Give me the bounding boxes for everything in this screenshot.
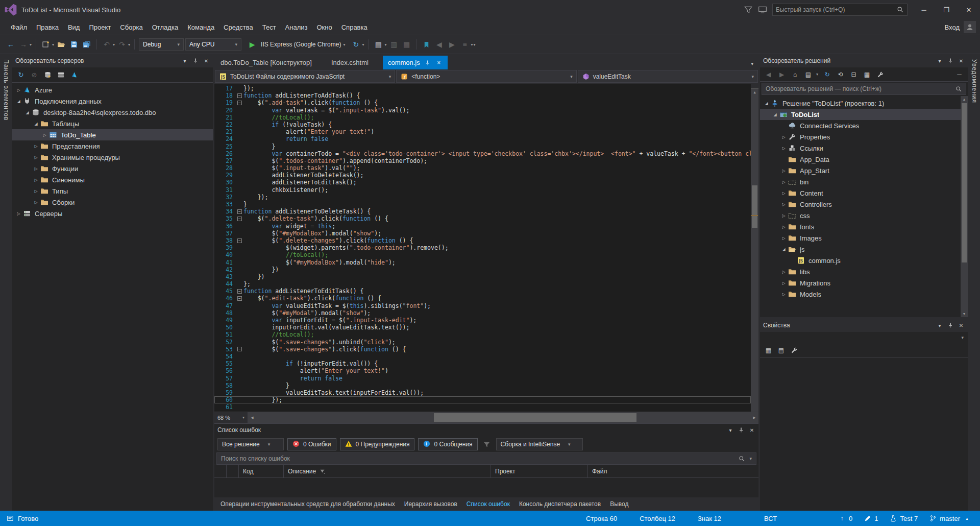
code-line-57[interactable]: 57 return false <box>214 375 751 382</box>
code-line-25[interactable]: 25 } <box>214 143 751 150</box>
redo-caret-icon[interactable]: ▾ <box>128 42 130 47</box>
code-line-33[interactable]: 33} <box>214 201 751 208</box>
code-line-29[interactable]: 29 addListenerToDeleteTask(); <box>214 172 751 179</box>
pin-icon[interactable] <box>947 322 954 329</box>
scroll-up-icon[interactable]: ▲ <box>751 89 758 96</box>
expand-arrow-icon[interactable]: ▷ <box>32 155 40 160</box>
solution-tree-item-14[interactable]: JScommon.js <box>760 255 961 266</box>
solution-tree-item-8[interactable]: ▷Content <box>760 187 961 199</box>
menu-item-4[interactable]: Сборка <box>115 21 148 34</box>
file-column-header[interactable]: Файл <box>588 465 758 477</box>
code-line-47[interactable]: 47 var valueEditTask = $(this).siblings(… <box>214 302 751 309</box>
find-in-files-icon[interactable]: ▤ <box>373 39 384 50</box>
code-line-50[interactable]: 50 inputForEdit.val(valueEditTask.text()… <box>214 324 751 331</box>
menu-item-3[interactable]: Проект <box>84 21 115 34</box>
project-scope-dropdown[interactable]: JS ToDoList Файлы содержимого JavaScript… <box>215 70 395 83</box>
code-line-41[interactable]: 41 $("#myModalBox").modal("hide"); <box>214 259 751 266</box>
code-line-36[interactable]: 36 var widget = this; <box>214 223 751 230</box>
code-editor[interactable]: 17});18−function addListenerToAddTask() … <box>214 84 758 412</box>
code-line-20[interactable]: 20 var valueTask = $(".input-task").val(… <box>214 107 751 114</box>
scroll-down-icon[interactable]: ▼ <box>961 310 968 317</box>
expand-arrow-icon[interactable]: ▷ <box>779 191 788 196</box>
sync-with-active-document-icon[interactable]: ↻ <box>823 70 831 79</box>
save-all-icon[interactable] <box>81 39 92 50</box>
search-options-caret-icon[interactable]: ▾ <box>749 456 752 461</box>
expand-arrow-icon[interactable]: ▷ <box>779 213 788 218</box>
solution-tree-item-7[interactable]: ▷bin <box>760 176 961 187</box>
code-line-44[interactable]: 44}; <box>214 280 751 288</box>
preview-selected-items-icon[interactable]: ─ <box>955 70 964 79</box>
error-source-combo[interactable]: Сборка и IntelliSense ▾ <box>496 438 583 450</box>
views-caret-icon[interactable]: ▾ <box>816 72 818 77</box>
code-line-61[interactable]: 61 <box>214 403 751 411</box>
code-line-49[interactable]: 49 var inputForEdit = $(".input-task-edi… <box>214 317 751 324</box>
code-line-53[interactable]: 53− $(".save-changes").click(function ()… <box>214 346 751 353</box>
solution-scrollbar[interactable]: ▲ ▼ <box>961 96 968 317</box>
code-line-39[interactable]: 39 $(widget).parents(".todo-container").… <box>214 244 751 251</box>
type-dropdown[interactable]: f <function> ▾ <box>396 70 576 83</box>
menu-item-8[interactable]: Тест <box>258 21 281 34</box>
solution-configuration-combo[interactable]: Debug ▾ <box>139 38 184 51</box>
solution-tree-item-6[interactable]: ▷App_Start <box>760 165 961 176</box>
scroll-left-icon[interactable]: ◀ <box>248 416 256 420</box>
filter-icon[interactable] <box>744 5 753 14</box>
server-tree-item-10[interactable]: ▷Сборки <box>12 197 213 208</box>
undo-caret-icon[interactable]: ▾ <box>113 42 115 47</box>
vertical-scrollbar[interactable]: ▲ <box>751 84 758 412</box>
sign-in-link[interactable]: Вход <box>945 23 960 31</box>
fold-collapse-icon[interactable]: − <box>236 237 243 244</box>
solution-tree-item-16[interactable]: ▷Migrations <box>760 277 961 289</box>
maximize-button[interactable]: ❐ <box>935 0 958 19</box>
connect-to-database-icon[interactable] <box>43 70 52 80</box>
menu-item-9[interactable]: Анализ <box>281 21 312 34</box>
next-bookmark-icon[interactable]: ▶ <box>447 39 458 50</box>
code-line-19[interactable]: 19− $(".add-task").click(function () { <box>214 99 751 106</box>
pin-tab-icon[interactable] <box>424 59 431 66</box>
description-column-header[interactable]: Описание <box>284 465 491 477</box>
expand-arrow-icon[interactable]: ▷ <box>779 180 788 184</box>
server-tree-item-4[interactable]: ▷ToDo_Table <box>12 129 213 140</box>
save-icon[interactable] <box>68 39 80 50</box>
code-line-31[interactable]: 31 chkbxListener(); <box>214 186 751 194</box>
previous-bookmark-icon[interactable]: ◀ <box>434 39 445 50</box>
expand-arrow-icon[interactable]: ▷ <box>14 211 23 216</box>
code-line-51[interactable]: 51 //toLocal(); <box>214 331 751 338</box>
category-column-header[interactable] <box>227 465 239 477</box>
navigate-back-icon[interactable]: ← <box>5 39 16 50</box>
code-line-58[interactable]: 58 } <box>214 382 751 389</box>
new-item-caret-icon[interactable]: ▾ <box>52 42 54 47</box>
splitter-grip[interactable] <box>751 84 758 89</box>
server-tree-item-7[interactable]: ▷Функции <box>12 163 213 174</box>
code-line-28[interactable]: 28 $(".input-task").val(""); <box>214 164 751 172</box>
status-line[interactable]: Строка 60 <box>586 515 617 522</box>
bookmark-icon[interactable] <box>421 39 432 50</box>
expand-arrow-icon[interactable]: ▷ <box>14 88 23 92</box>
clear-filters-icon[interactable] <box>481 439 493 450</box>
server-tree-item-6[interactable]: ▷Хранимые процедуры <box>12 152 213 163</box>
collapse-arrow-icon[interactable]: ◢ <box>779 247 788 252</box>
code-line-43[interactable]: 43 }) <box>214 273 751 280</box>
document-list-caret-icon[interactable]: ▾ <box>751 61 758 69</box>
fold-collapse-icon[interactable]: − <box>236 215 243 222</box>
scroll-thumb[interactable] <box>962 103 967 262</box>
server-tree-item-0[interactable]: ▷Azure <box>12 84 213 95</box>
home-icon[interactable]: ⌂ <box>791 70 799 79</box>
messages-filter-toggle[interactable]: 0 Сообщения <box>418 438 477 450</box>
test-status-indicator[interactable]: Test 7 <box>890 515 918 522</box>
solution-tree-item-4[interactable]: ▷Ссылки <box>760 142 961 154</box>
notifications-tab-strip[interactable]: Уведомления <box>968 54 980 511</box>
code-line-40[interactable]: 40 //toLocal(); <box>214 251 751 258</box>
solution-tree-item-0[interactable]: ◢Решение "ToDoList" (проектов: 1) <box>760 98 961 109</box>
server-tree-item-1[interactable]: ◢Подключения данных <box>12 95 213 107</box>
code-line-26[interactable]: 26 var containerTodo = "<div class='todo… <box>214 150 751 157</box>
fold-collapse-icon[interactable]: − <box>236 99 243 106</box>
expand-arrow-icon[interactable]: ▷ <box>32 189 40 194</box>
code-line-17[interactable]: 17}); <box>214 85 751 92</box>
solution-tree-item-15[interactable]: ▷libs <box>760 266 961 277</box>
switch-views-icon[interactable]: ▤ <box>804 70 813 79</box>
server-tree-item-9[interactable]: ▷Типы <box>12 185 213 197</box>
horizontal-scrollbar[interactable]: ◀ ▶ <box>248 412 758 423</box>
solution-tree-item-2[interactable]: Connected Services <box>760 120 961 131</box>
collapse-arrow-icon[interactable]: ◢ <box>762 101 771 106</box>
navigate-forward-icon[interactable]: → <box>18 39 29 50</box>
